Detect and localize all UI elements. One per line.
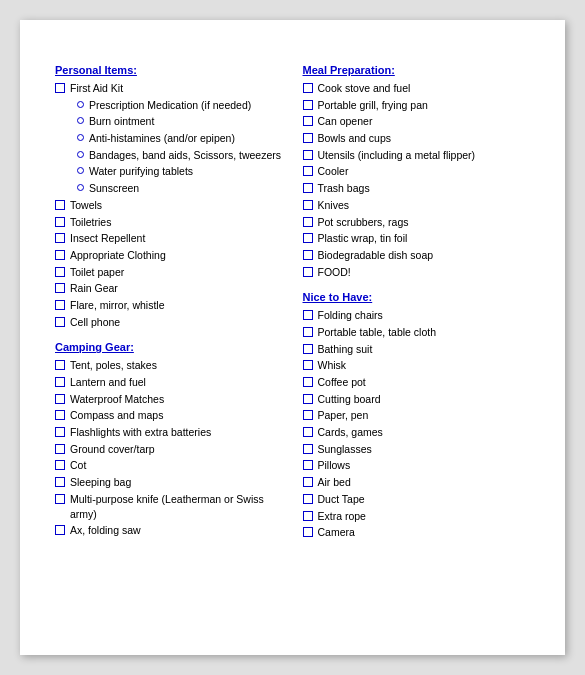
checkbox-icon[interactable] <box>303 477 313 487</box>
checkbox-icon[interactable] <box>55 494 65 504</box>
sub-list-item: Prescription Medication (if needed) <box>77 98 283 113</box>
checkbox-icon[interactable] <box>55 233 65 243</box>
item-text: Towels <box>70 198 283 213</box>
list-item[interactable]: First Aid Kit <box>55 81 283 96</box>
item-text: Trash bags <box>318 181 531 196</box>
list-item[interactable]: Portable table, table cloth <box>303 325 531 340</box>
checkbox-icon[interactable] <box>55 83 65 93</box>
list-item[interactable]: Knives <box>303 198 531 213</box>
list-item[interactable]: Cook stove and fuel <box>303 81 531 96</box>
list-item[interactable]: Air bed <box>303 475 531 490</box>
checkbox-icon[interactable] <box>55 394 65 404</box>
checkbox-icon[interactable] <box>303 100 313 110</box>
list-item[interactable]: Flare, mirror, whistle <box>55 298 283 313</box>
list-item[interactable]: Can opener <box>303 114 531 129</box>
list-item[interactable]: Multi-purpose knife (Leatherman or Swiss… <box>55 492 283 521</box>
checkbox-icon[interactable] <box>303 267 313 277</box>
list-item[interactable]: Towels <box>55 198 283 213</box>
checkbox-icon[interactable] <box>303 183 313 193</box>
list-item[interactable]: Cutting board <box>303 392 531 407</box>
list-item[interactable]: Sleeping bag <box>55 475 283 490</box>
list-item[interactable]: Toiletries <box>55 215 283 230</box>
checkbox-icon[interactable] <box>303 444 313 454</box>
list-item[interactable]: Insect Repellent <box>55 231 283 246</box>
checkbox-icon[interactable] <box>303 394 313 404</box>
checkbox-icon[interactable] <box>55 360 65 370</box>
checkbox-icon[interactable] <box>55 317 65 327</box>
checkbox-icon[interactable] <box>55 250 65 260</box>
list-item[interactable]: Camera <box>303 525 531 540</box>
list-item[interactable]: Plastic wrap, tin foil <box>303 231 531 246</box>
checkbox-icon[interactable] <box>303 527 313 537</box>
list-item[interactable]: Ax, folding saw <box>55 523 283 538</box>
list-item[interactable]: Cot <box>55 458 283 473</box>
item-text: Cooler <box>318 164 531 179</box>
checkbox-icon[interactable] <box>55 525 65 535</box>
list-item[interactable]: Compass and maps <box>55 408 283 423</box>
checkbox-icon[interactable] <box>55 460 65 470</box>
list-item[interactable]: Lantern and fuel <box>55 375 283 390</box>
list-item[interactable]: Ground cover/tarp <box>55 442 283 457</box>
list-item[interactable]: Biodegradable dish soap <box>303 248 531 263</box>
checkbox-icon[interactable] <box>55 267 65 277</box>
item-text: Rain Gear <box>70 281 283 296</box>
checkbox-icon[interactable] <box>303 233 313 243</box>
list-item[interactable]: Rain Gear <box>55 281 283 296</box>
list-item[interactable]: Waterproof Matches <box>55 392 283 407</box>
checkbox-icon[interactable] <box>303 327 313 337</box>
checkbox-icon[interactable] <box>303 166 313 176</box>
list-item[interactable]: Cell phone <box>55 315 283 330</box>
checkbox-icon[interactable] <box>55 444 65 454</box>
checkbox-icon[interactable] <box>303 344 313 354</box>
list-item[interactable]: Duct Tape <box>303 492 531 507</box>
list-item[interactable]: Utensils (including a metal flipper) <box>303 148 531 163</box>
list-item[interactable]: Bowls and cups <box>303 131 531 146</box>
list-item[interactable]: Pillows <box>303 458 531 473</box>
checkbox-icon[interactable] <box>303 150 313 160</box>
checkbox-icon[interactable] <box>303 360 313 370</box>
checkbox-icon[interactable] <box>303 116 313 126</box>
checkbox-icon[interactable] <box>303 217 313 227</box>
list-item[interactable]: Folding chairs <box>303 308 531 323</box>
item-text: Cot <box>70 458 283 473</box>
list-item[interactable]: Cooler <box>303 164 531 179</box>
checkbox-icon[interactable] <box>303 377 313 387</box>
list-item[interactable]: Whisk <box>303 358 531 373</box>
checkbox-icon[interactable] <box>55 410 65 420</box>
list-item[interactable]: Coffee pot <box>303 375 531 390</box>
item-text: Appropriate Clothing <box>70 248 283 263</box>
checkbox-icon[interactable] <box>303 250 313 260</box>
checkbox-icon[interactable] <box>303 83 313 93</box>
checkbox-icon[interactable] <box>55 377 65 387</box>
checkbox-icon[interactable] <box>55 283 65 293</box>
list-item[interactable]: Trash bags <box>303 181 531 196</box>
checkbox-icon[interactable] <box>55 217 65 227</box>
checkbox-icon[interactable] <box>303 460 313 470</box>
checkbox-icon[interactable] <box>55 477 65 487</box>
checkbox-icon[interactable] <box>303 310 313 320</box>
checkbox-icon[interactable] <box>303 511 313 521</box>
checkbox-icon[interactable] <box>303 494 313 504</box>
item-text: Flashlights with extra batteries <box>70 425 283 440</box>
list-item[interactable]: Extra rope <box>303 509 531 524</box>
checkbox-icon[interactable] <box>303 133 313 143</box>
checkbox-icon[interactable] <box>303 427 313 437</box>
item-text: Camera <box>318 525 531 540</box>
list-item[interactable]: Pot scrubbers, rags <box>303 215 531 230</box>
list-item[interactable]: FOOD! <box>303 265 531 280</box>
checkbox-icon[interactable] <box>303 200 313 210</box>
checkbox-icon[interactable] <box>303 410 313 420</box>
list-item[interactable]: Appropriate Clothing <box>55 248 283 263</box>
checkbox-icon[interactable] <box>55 300 65 310</box>
bullet-circle-icon <box>77 184 84 191</box>
list-item[interactable]: Toilet paper <box>55 265 283 280</box>
list-item[interactable]: Paper, pen <box>303 408 531 423</box>
list-item[interactable]: Portable grill, frying pan <box>303 98 531 113</box>
list-item[interactable]: Cards, games <box>303 425 531 440</box>
list-item[interactable]: Bathing suit <box>303 342 531 357</box>
list-item[interactable]: Flashlights with extra batteries <box>55 425 283 440</box>
list-item[interactable]: Tent, poles, stakes <box>55 358 283 373</box>
checkbox-icon[interactable] <box>55 200 65 210</box>
list-item[interactable]: Sunglasses <box>303 442 531 457</box>
checkbox-icon[interactable] <box>55 427 65 437</box>
